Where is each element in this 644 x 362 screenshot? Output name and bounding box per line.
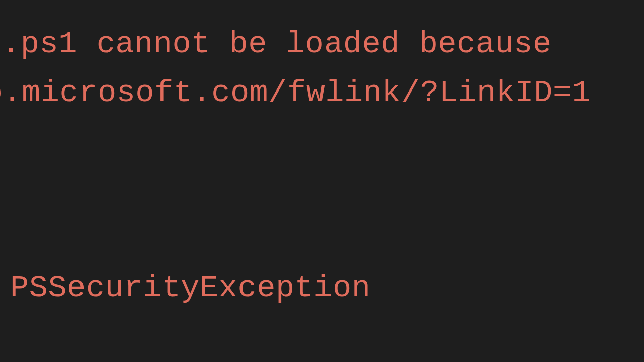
error-message-line-1: mon.ps1 cannot be loaded because: [0, 20, 552, 68]
terminal-error-output: mon.ps1 cannot be loaded because go.micr…: [0, 0, 644, 362]
error-exception-type: PSSecurityException: [10, 264, 370, 312]
error-message-line-2: go.microsoft.com/fwlink/?LinkID=1: [0, 69, 591, 117]
